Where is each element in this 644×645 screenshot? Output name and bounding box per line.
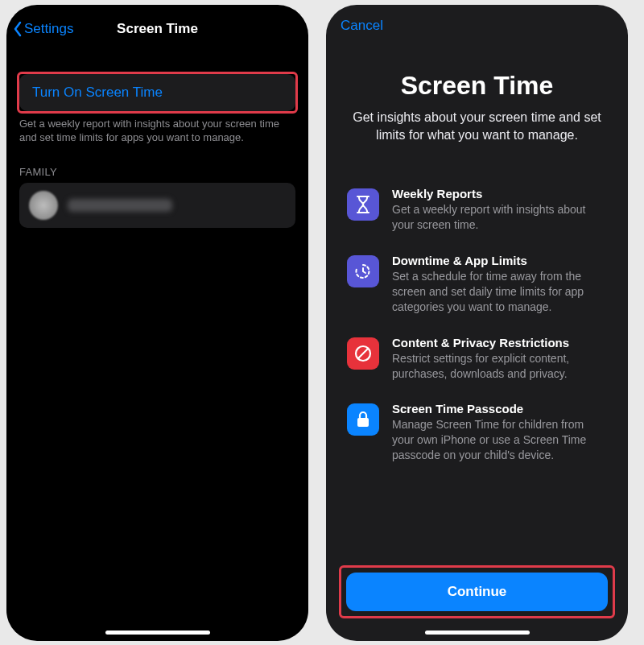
highlight-box: Turn On Screen Time <box>17 72 298 114</box>
back-button[interactable]: Settings <box>13 21 73 37</box>
settings-screen: Settings Screen Time Turn On Screen Time… <box>6 5 308 641</box>
highlight-box: Continue <box>339 565 615 618</box>
family-member-row[interactable] <box>19 183 295 228</box>
feature-desc: Restrict settings for explicit content, … <box>392 351 607 382</box>
feature-text: Downtime & App Limits Set a schedule for… <box>392 254 607 315</box>
feature-title: Content & Privacy Restrictions <box>392 336 607 349</box>
feature-list: Weekly Reports Get a weekly report with … <box>326 187 628 463</box>
svg-rect-2 <box>357 418 369 427</box>
back-label: Settings <box>24 21 73 37</box>
feature-text: Screen Time Passcode Manage Screen Time … <box>392 402 607 463</box>
nav-bar: Settings Screen Time <box>6 11 308 47</box>
feature-desc: Set a schedule for time away from the sc… <box>392 269 607 315</box>
feature-downtime: Downtime & App Limits Set a schedule for… <box>347 254 607 315</box>
intro-screen: Cancel Screen Time Get insights about yo… <box>326 5 628 641</box>
turn-on-section: Turn On Screen Time <box>6 72 308 114</box>
home-indicator[interactable] <box>105 631 210 635</box>
feature-restrictions: Content & Privacy Restrictions Restrict … <box>347 336 607 382</box>
feature-weekly-reports: Weekly Reports Get a weekly report with … <box>347 187 607 233</box>
svg-line-1 <box>358 349 368 358</box>
feature-title: Downtime & App Limits <box>392 254 607 267</box>
feature-title: Screen Time Passcode <box>392 402 607 416</box>
chevron-left-icon <box>13 21 23 37</box>
feature-desc: Manage Screen Time for children from you… <box>392 417 607 463</box>
feature-desc: Get a weekly report with insights about … <box>392 202 607 233</box>
clock-icon <box>347 255 379 287</box>
section-footer: Get a weekly report with insights about … <box>6 118 308 145</box>
family-member-name <box>68 199 172 212</box>
page-title: Screen Time <box>326 71 628 101</box>
feature-text: Content & Privacy Restrictions Restrict … <box>392 336 607 382</box>
nav-title: Screen Time <box>117 21 198 37</box>
hourglass-icon <box>347 188 379 221</box>
lock-icon <box>347 403 379 436</box>
turn-on-screen-time-button[interactable]: Turn On Screen Time <box>19 74 295 111</box>
no-entry-icon <box>347 337 379 370</box>
feature-title: Weekly Reports <box>392 187 607 201</box>
page-subtitle: Get insights about your screen time and … <box>326 101 628 143</box>
cancel-button[interactable]: Cancel <box>326 5 628 34</box>
family-header: FAMILY <box>6 166 308 183</box>
home-indicator[interactable] <box>425 631 530 635</box>
feature-text: Weekly Reports Get a weekly report with … <box>392 187 607 233</box>
feature-passcode: Screen Time Passcode Manage Screen Time … <box>347 402 607 463</box>
continue-button[interactable]: Continue <box>346 573 608 611</box>
avatar <box>29 191 58 220</box>
